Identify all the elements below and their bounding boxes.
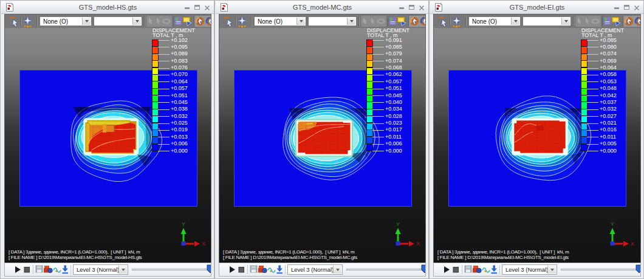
svg-text:X: X (631, 241, 634, 247)
svg-text:X: X (416, 241, 420, 247)
svg-text:X: X (202, 241, 205, 247)
svg-text:Y: Y (182, 221, 185, 227)
svg-text:Y: Y (396, 221, 400, 227)
svg-text:Y: Y (611, 221, 614, 227)
